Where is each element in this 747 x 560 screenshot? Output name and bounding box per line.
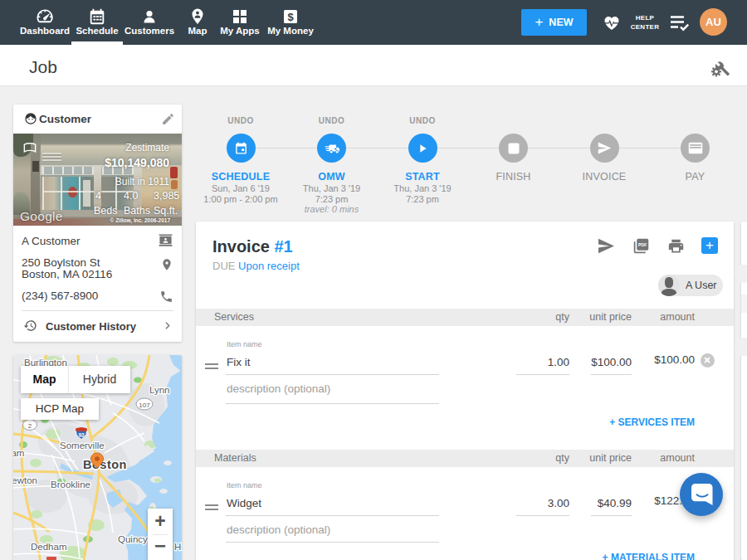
svg-text:Somerville: Somerville	[60, 441, 105, 450]
svg-text:Hi: Hi	[174, 542, 182, 552]
svg-text:93: 93	[78, 432, 85, 438]
svg-text:ham: ham	[13, 448, 24, 458]
svg-text:Quincy: Quincy	[118, 534, 148, 544]
svg-text:Newton: Newton	[13, 475, 37, 485]
svg-text:2: 2	[28, 422, 32, 430]
svg-text:PDF: PDF	[638, 242, 647, 247]
svg-text:$: $	[287, 11, 294, 23]
svg-text:Dedham: Dedham	[31, 542, 66, 552]
svg-text:Brookline: Brookline	[51, 480, 90, 489]
svg-text:107: 107	[139, 402, 150, 409]
svg-text:Lynn: Lynn	[149, 385, 170, 395]
svg-text:Boston: Boston	[83, 458, 127, 471]
